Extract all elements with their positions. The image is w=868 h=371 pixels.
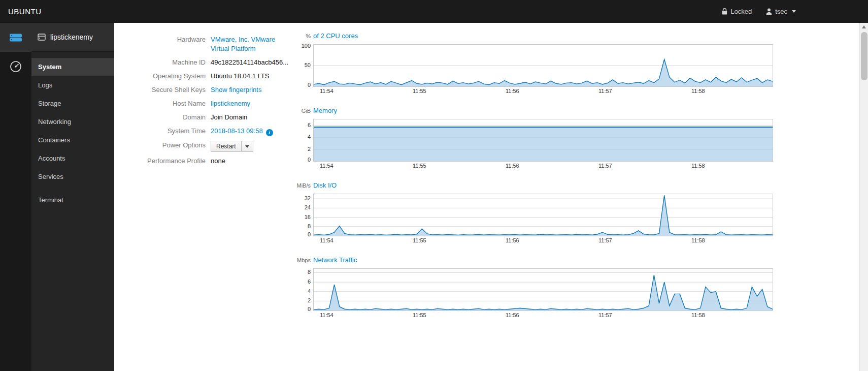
sidebar-item-networking[interactable]: Networking	[31, 113, 114, 131]
secure-shell-keys-link[interactable]: Show fingerprints	[211, 86, 261, 94]
y-tick-label: 0	[308, 306, 311, 312]
field-secure-shell-keys: Secure Shell KeysShow fingerprints	[114, 85, 287, 95]
y-tick-label: 4	[308, 288, 311, 294]
y-tick-label: 50	[305, 62, 311, 68]
field-system-time: System Time2018-08-13 09:58i	[114, 127, 287, 136]
y-tick-label: 8	[308, 269, 311, 275]
x-axis-labels: 11:5411:5511:5611:5711:58	[313, 236, 773, 244]
main-content: HardwareVMware, Inc. VMwareVirtual Platf…	[114, 23, 859, 371]
restart-button[interactable]: Restart	[211, 141, 242, 152]
chart-body: 02468	[295, 268, 773, 311]
scroll-thumb[interactable]	[861, 32, 867, 80]
host-name-link[interactable]: lipstickenemy	[211, 100, 250, 107]
of-2-cpu-cores-title-link[interactable]: of 2 CPU cores	[313, 32, 358, 40]
field-label-host-name: Host Name	[114, 99, 206, 108]
y-tick-label: 2	[308, 146, 311, 152]
x-tick-label: 11:55	[413, 88, 426, 94]
x-tick-label: 11:58	[691, 312, 705, 318]
x-tick-label: 11:57	[598, 237, 612, 243]
chart-header: MbpsNetwork Traffic	[295, 256, 773, 266]
chevron-down-icon	[792, 10, 796, 13]
x-tick-label: 11:58	[691, 163, 705, 169]
hardware-link[interactable]: VMware, Inc. VMwareVirtual Platform	[211, 35, 275, 53]
y-tick-label: 0	[308, 82, 311, 88]
y-tick-label: 4	[308, 134, 311, 140]
info-icon[interactable]: i	[266, 129, 273, 136]
network-traffic-title-link[interactable]: Network Traffic	[313, 256, 357, 264]
restart-dropdown-toggle[interactable]	[242, 141, 253, 152]
field-label-power-options: Power Options	[114, 141, 206, 152]
sidebar-item-accounts[interactable]: Accounts	[31, 149, 114, 168]
field-value-domain[interactable]: Join Domain	[211, 113, 247, 122]
app-icon-strip	[0, 23, 31, 371]
x-axis-labels: 11:5411:5511:5611:5711:58	[313, 162, 773, 170]
chart-unit-label: Mbps	[295, 257, 313, 263]
x-tick-label: 11:54	[320, 312, 333, 318]
x-tick-label: 11:56	[506, 312, 519, 318]
chart-header: MiB/sDisk I/O	[295, 181, 773, 191]
system-info: HardwareVMware, Inc. VMwareVirtual Platf…	[114, 35, 287, 371]
y-tick-label: 100	[302, 43, 311, 49]
sidebar-item-system[interactable]: System	[31, 58, 114, 76]
x-tick-label: 11:57	[598, 88, 612, 94]
field-value-performance-profile: none	[211, 157, 225, 166]
chart-unit-label: %	[295, 33, 313, 39]
chart-body: 050100	[295, 44, 773, 87]
field-domain: DomainJoin Domain	[114, 113, 287, 122]
user-menu-button[interactable]: tsec	[766, 8, 796, 15]
machines-tab[interactable]	[0, 23, 31, 52]
y-tick-label: 6	[308, 279, 311, 285]
x-tick-label: 11:56	[506, 163, 519, 169]
caret-down-icon	[245, 145, 249, 148]
field-value-system-time: 2018-08-13 09:58i	[211, 127, 273, 136]
field-value-host-name: lipstickenemy	[211, 99, 250, 108]
scroll-up-arrow-icon[interactable]	[862, 25, 866, 28]
field-value-operating-system: Ubuntu 18.04.1 LTS	[211, 72, 269, 81]
field-machine-id: Machine ID49c1822514114bacb456...	[114, 58, 287, 67]
x-tick-label: 11:54	[320, 163, 333, 169]
y-axis: 0246	[295, 119, 313, 162]
disk-i-o-title-link[interactable]: Disk I/O	[313, 181, 337, 189]
dashboard-tab[interactable]	[0, 52, 31, 81]
server-icon	[9, 32, 22, 43]
field-label-machine-id: Machine ID	[114, 58, 206, 67]
sidebar-item-storage[interactable]: Storage	[31, 95, 114, 113]
system-time-link[interactable]: 2018-08-13 09:58	[211, 127, 263, 135]
memory-title-link[interactable]: Memory	[313, 107, 337, 114]
lock-status-button[interactable]: Locked	[722, 8, 752, 15]
chart-header: %of 2 CPU cores	[295, 32, 773, 42]
sidebar-item-containers[interactable]: Containers	[31, 131, 114, 149]
host-selector[interactable]: lipstickenemy	[31, 23, 114, 52]
y-axis: 08162432	[295, 194, 313, 236]
scrollbar[interactable]	[859, 23, 868, 371]
x-tick-label: 11:56	[506, 88, 519, 94]
network-traffic-chart: MbpsNetwork Traffic0246811:5411:5511:561…	[295, 256, 773, 319]
username-label: tsec	[775, 8, 787, 15]
hostname-label: lipstickenemy	[50, 33, 93, 41]
locked-label: Locked	[730, 8, 752, 15]
sidebar-item-services[interactable]: Services	[31, 168, 114, 186]
topbar-actions: Locked tsec	[722, 8, 796, 15]
memory-chart: GiBMemory024611:5411:5511:5611:5711:58	[295, 107, 773, 170]
field-value-power-options: Restart	[211, 141, 253, 152]
sidebar-item-terminal[interactable]: Terminal	[31, 191, 114, 209]
x-tick-label: 11:55	[413, 237, 426, 243]
field-label-domain: Domain	[114, 113, 206, 122]
y-tick-label: 16	[305, 214, 311, 220]
plot-area	[313, 119, 773, 162]
field-label-operating-system: Operating System	[114, 72, 206, 81]
host-server-icon	[38, 34, 46, 41]
x-tick-label: 11:56	[506, 237, 519, 243]
y-tick-label: 6	[308, 122, 311, 128]
top-navbar: UBUNTU Locked tsec	[0, 0, 868, 23]
chart-body: 0246	[295, 119, 773, 162]
x-tick-label: 11:57	[598, 312, 612, 318]
chart-header: GiBMemory	[295, 107, 773, 116]
sidebar: lipstickenemy SystemLogsStorageNetworkin…	[0, 23, 114, 371]
y-tick-label: 32	[305, 195, 311, 201]
chart-body: 08162432	[295, 194, 773, 236]
y-tick-label: 0	[308, 231, 311, 237]
sidebar-item-logs[interactable]: Logs	[31, 76, 114, 95]
brand-logo: UBUNTU	[8, 7, 42, 16]
x-tick-label: 11:55	[413, 312, 426, 318]
